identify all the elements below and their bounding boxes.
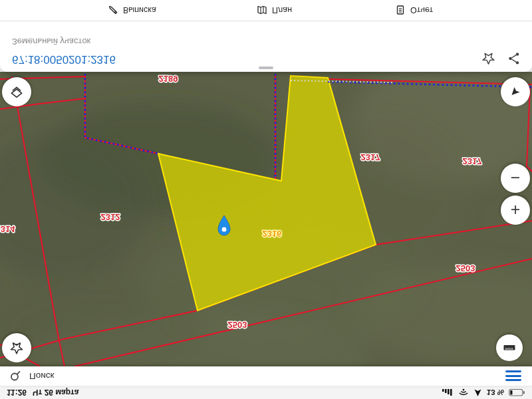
app-root: 11:26 Чт 26 марта 13 % bbox=[0, 0, 532, 399]
plus-icon: + bbox=[511, 202, 521, 219]
compass-arrow-icon bbox=[509, 85, 522, 98]
status-right: 13 % bbox=[442, 388, 525, 397]
parcel-label: 2503 bbox=[228, 320, 247, 330]
zoom-out-button[interactable]: − bbox=[501, 164, 530, 193]
report-document-icon bbox=[395, 5, 406, 16]
map-canvas[interactable]: 2189 2317 2317 2312 2314 2503 2503 2316 bbox=[0, 72, 532, 366]
bookmark-star-icon bbox=[481, 51, 496, 66]
cellular-signal-icon bbox=[442, 389, 454, 396]
cadastral-number-link[interactable]: 67:18:0050201:2316 bbox=[12, 53, 116, 66]
layers-button[interactable] bbox=[2, 77, 31, 106]
ruler-icon bbox=[502, 340, 517, 355]
bookmark-button[interactable] bbox=[479, 50, 497, 67]
battery-icon bbox=[509, 389, 525, 397]
action-extract-label: Выписка bbox=[123, 6, 156, 15]
share-icon bbox=[507, 51, 521, 66]
action-plan[interactable]: План bbox=[257, 0, 292, 21]
parcel-label: 2314 bbox=[0, 224, 15, 234]
action-plan-label: План bbox=[272, 6, 292, 15]
location-arrow-icon bbox=[473, 388, 482, 397]
action-report[interactable]: Отчет bbox=[395, 0, 433, 21]
status-bar: 11:26 Чт 26 марта 13 % bbox=[0, 386, 532, 399]
share-button[interactable] bbox=[505, 50, 523, 67]
status-date: Чт 26 марта bbox=[33, 388, 78, 398]
pencil-icon bbox=[108, 5, 118, 16]
sheet-drag-handle[interactable] bbox=[259, 66, 273, 69]
favorites-button[interactable] bbox=[2, 333, 31, 362]
info-sheet: 67:18:0050201:2316 Земельный участок bbox=[0, 0, 532, 72]
minus-icon: − bbox=[511, 170, 521, 187]
menu-icon bbox=[505, 380, 521, 382]
action-extract[interactable]: Выписка bbox=[108, 0, 156, 21]
parcel-label: 2189 bbox=[159, 74, 178, 84]
wifi-icon bbox=[458, 389, 469, 397]
layers-icon bbox=[9, 84, 25, 100]
battery-percent: 13 % bbox=[487, 389, 504, 397]
star-icon bbox=[9, 340, 25, 356]
parcel-label: 2317 bbox=[361, 152, 380, 162]
selected-parcel-label: 2316 bbox=[263, 229, 282, 239]
status-time: 11:26 bbox=[7, 388, 27, 398]
search-bar bbox=[0, 366, 532, 386]
flipped-viewport: 11:26 Чт 26 марта 13 % bbox=[0, 0, 532, 399]
action-bar: Выписка План Отчет bbox=[0, 0, 532, 21]
search-icon bbox=[9, 370, 21, 382]
measure-button[interactable] bbox=[496, 334, 523, 361]
map-container[interactable]: 2189 2317 2317 2312 2314 2503 2503 2316 bbox=[0, 72, 532, 366]
sheet-icon-buttons bbox=[479, 50, 523, 67]
status-left: 11:26 Чт 26 марта bbox=[7, 388, 78, 398]
search-input[interactable] bbox=[28, 370, 497, 382]
parcel-label: 2312 bbox=[101, 212, 120, 222]
menu-button[interactable] bbox=[504, 370, 523, 383]
parcel-label: 2503 bbox=[456, 263, 475, 273]
object-type-label: Земельный участок bbox=[12, 37, 90, 47]
action-report-label: Отчет bbox=[410, 6, 433, 15]
map-icon bbox=[257, 5, 267, 16]
zoom-in-button[interactable]: + bbox=[501, 196, 530, 225]
parcel-label: 2317 bbox=[463, 156, 482, 166]
compass-button[interactable] bbox=[501, 77, 530, 106]
